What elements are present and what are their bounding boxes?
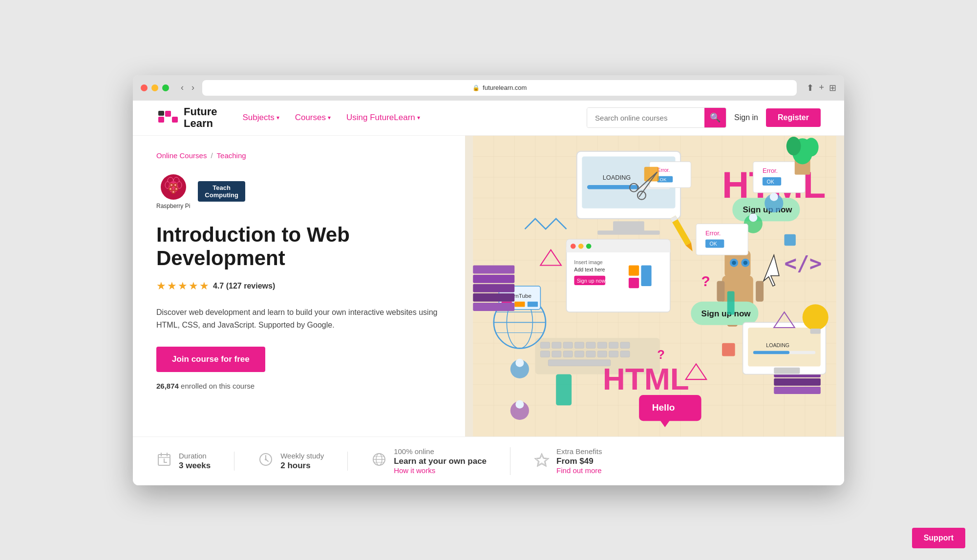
svg-rect-55 [597,230,659,234]
logo-learn: Learn [184,118,217,129]
page: Future Learn Subjects ▾ Courses ▾ Using … [133,101,844,485]
stat-extra-benefits: Extra Benefits From $49 Find out more [534,447,625,475]
join-course-button[interactable]: Join course for free [156,347,265,372]
subjects-chevron-icon: ▾ [276,114,279,121]
svg-rect-58 [587,185,639,188]
svg-rect-165 [810,329,821,334]
svg-rect-105 [473,293,514,301]
svg-rect-86 [586,351,595,357]
sidebar-icon[interactable]: ⊞ [829,83,836,93]
enrolled-count: 26,874 [156,382,179,390]
svg-text:?: ? [701,273,710,289]
duration-value: 3 weeks [179,461,211,471]
online-icon [371,452,387,471]
enrolled-suffix: enrolled on this course [181,382,255,390]
using-chevron-icon: ▾ [417,114,420,121]
svg-point-16 [174,184,176,186]
logo[interactable]: Future Learn [156,105,217,130]
breadcrumb-online-courses[interactable]: Online Courses [156,151,207,160]
svg-text:?: ? [657,347,665,361]
address-bar[interactable]: 🔒 futurelearn.com [202,80,797,96]
url-text: futurelearn.com [483,84,527,91]
star-4: ★ [189,280,198,292]
svg-rect-74 [540,342,550,348]
raspberry-pi-label: Raspberry Pi [156,203,190,209]
svg-rect-100 [514,301,525,307]
hero-image: HTML LOADING Error. [465,136,844,436]
courses-chevron-icon: ▾ [328,114,331,121]
svg-text:OK: OK [766,178,774,184]
header-right: 🔍 Sign in Register [587,107,821,128]
svg-rect-124 [641,265,651,286]
stat-duration: Duration 3 weeks [156,452,234,471]
online-label: 100% online [394,447,487,456]
svg-rect-82 [540,351,550,357]
main-nav: Subjects ▾ Courses ▾ Using FutureLearn ▾ [236,109,567,126]
svg-point-164 [803,304,828,330]
hero-illustration: HTML LOADING Error. [465,136,844,436]
nav-subjects-label: Subjects [242,113,274,123]
search-icon: 🔍 [710,112,721,123]
svg-point-133 [749,213,757,222]
svg-rect-104 [473,284,514,292]
nav-using[interactable]: Using FutureLearn ▾ [340,109,426,126]
nav-courses-label: Courses [295,113,326,123]
svg-rect-64 [717,281,724,301]
svg-point-18 [175,188,177,190]
svg-rect-77 [574,342,584,348]
online-content: 100% online Learn at your own pace How i… [394,447,487,475]
svg-text:OK: OK [660,177,667,182]
how-it-works-link[interactable]: How it works [394,466,435,475]
course-title: Introduction to Web Development [156,223,442,270]
weekly-study-label: Weekly study [280,452,324,460]
breadcrumb-separator: / [211,151,212,160]
browser-titlebar: ‹ › 🔒 futurelearn.com ⬆ + ⊞ [133,75,844,101]
add-tab-icon[interactable]: + [819,83,824,93]
svg-rect-106 [473,302,514,311]
svg-point-15 [170,184,172,186]
svg-rect-76 [563,342,573,348]
svg-point-137 [515,400,524,408]
share-icon[interactable]: ⬆ [807,83,814,93]
maximize-button[interactable] [162,84,169,91]
search-button[interactable]: 🔍 [704,107,726,128]
svg-rect-79 [597,342,607,348]
search-input[interactable] [587,108,704,127]
duration-content: Duration 3 weeks [179,452,211,471]
forward-button[interactable]: › [190,81,196,95]
support-button[interactable]: Support [912,528,965,548]
svg-rect-3 [158,111,164,116]
svg-point-157 [786,137,801,155]
nav-subjects[interactable]: Subjects ▾ [236,109,285,126]
minimize-button[interactable] [151,84,158,91]
signin-link[interactable]: Sign in [734,113,758,122]
svg-text:HTML: HTML [603,361,689,396]
traffic-lights [141,84,169,91]
svg-point-116 [578,243,584,249]
nav-courses[interactable]: Courses ▾ [289,109,337,126]
search-bar[interactable]: 🔍 [587,107,726,128]
duration-label: Duration [179,452,211,460]
stats-bar: Duration 3 weeks Weekly study 2 hours [133,436,844,485]
svg-rect-110 [774,378,821,386]
svg-rect-84 [563,351,573,357]
svg-point-115 [571,243,576,249]
star-rating: ★ ★ ★ ★ ★ [156,280,209,292]
svg-text:Sign up now: Sign up now [701,309,751,318]
back-button[interactable]: ‹ [179,81,186,95]
close-button[interactable] [141,84,148,91]
svg-point-135 [515,358,524,367]
breadcrumb: Online Courses / Teaching [156,151,442,160]
stat-weekly-study: Weekly study 2 hours [258,452,348,471]
find-out-more-link[interactable]: Find out more [556,466,602,475]
svg-rect-123 [629,278,639,288]
star-2: ★ [167,280,177,292]
svg-rect-143 [774,367,800,373]
svg-rect-1 [165,111,171,117]
course-details: Online Courses / Teaching [133,136,465,436]
svg-rect-88 [609,351,618,357]
svg-rect-111 [774,387,821,394]
svg-text:Insert image: Insert image [574,259,602,265]
register-button[interactable]: Register [766,108,821,127]
svg-rect-65 [756,281,764,301]
